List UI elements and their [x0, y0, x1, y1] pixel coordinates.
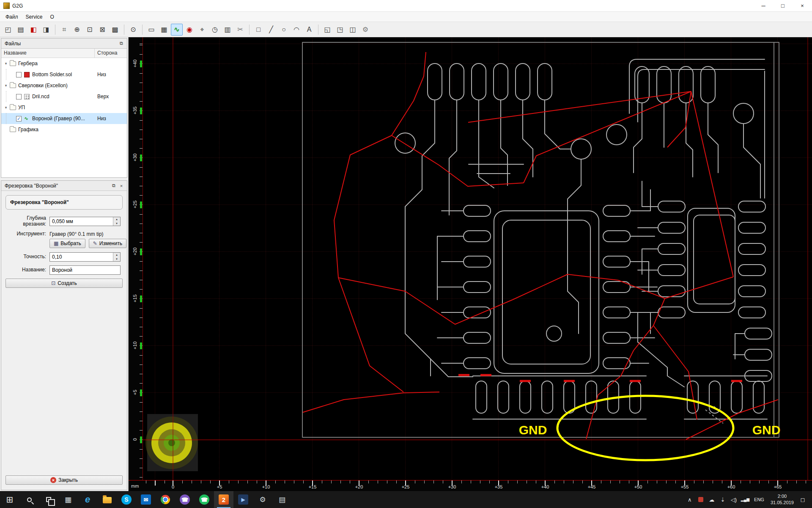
toolbar-draw-arc-button[interactable]: ◠	[291, 24, 302, 36]
milling-panel-close-button[interactable]: ×	[118, 182, 125, 190]
choose-tool-button[interactable]: ▦ Выбрать	[49, 239, 85, 248]
taskbar-explorer-button[interactable]	[97, 491, 117, 508]
tree-item-label: Вороной (Гравер (90...	[32, 116, 95, 121]
toolbar-mill-raster-button[interactable]: ▦	[158, 24, 170, 36]
toolbar-layers-button[interactable]: ⊙	[127, 24, 139, 36]
create-button[interactable]: ⊡ Создать	[5, 279, 123, 288]
precision-input[interactable]	[50, 253, 113, 261]
taskbar-viber-button[interactable]: ☎	[175, 491, 195, 508]
toolbar-zoom-in-button[interactable]: ⊕	[71, 24, 83, 36]
column-side[interactable]: Сторона	[95, 49, 127, 58]
h-tick: +65	[768, 484, 787, 489]
menu-file[interactable]: Файл	[2, 13, 22, 21]
milling-panel-float-button[interactable]: ⧉	[110, 182, 118, 190]
files-panel-float-button[interactable]: ⧉	[118, 40, 125, 47]
taskbar-calculator-button[interactable]: ▦	[58, 491, 78, 508]
expander-icon[interactable]: ▾	[3, 105, 9, 110]
name-input[interactable]	[49, 265, 121, 275]
toolbar-draw-text-button[interactable]: A	[303, 24, 315, 36]
action-center-button[interactable]: ◻	[798, 491, 808, 508]
tree-item-bottom-solder[interactable]: Bottom Solder.sol Низ	[1, 69, 127, 80]
tray-app-button[interactable]	[696, 491, 706, 508]
column-name[interactable]: Название	[1, 49, 95, 58]
taskbar-chrome-button[interactable]	[156, 491, 175, 508]
depth-input[interactable]	[50, 217, 113, 226]
origin-marker	[145, 417, 198, 469]
spin-down-icon[interactable]: ▾	[113, 257, 120, 261]
toolbar-draw-line-button[interactable]: ╱	[265, 24, 277, 36]
tray-volume-button[interactable]: ◁)	[729, 491, 739, 508]
minimize-button[interactable]: ─	[754, 0, 773, 12]
clock[interactable]: 2:00 31.05.2019	[768, 491, 797, 508]
edit-tool-button[interactable]: ✎ Изменить	[89, 239, 126, 248]
tray-onedrive-button[interactable]: ☁	[707, 491, 717, 508]
name-label: Название:	[5, 267, 46, 273]
tree-group-gerber[interactable]: ▾ Гербера	[1, 58, 127, 69]
taskbar-settings-button[interactable]: ⚙	[253, 491, 272, 508]
menu-about[interactable]: О	[47, 13, 58, 21]
toolbar-simulate-button[interactable]: ◷	[209, 24, 221, 36]
draw-text-icon: A	[307, 26, 312, 33]
close-button[interactable]: ×	[793, 0, 812, 12]
h-tick: +30	[443, 484, 461, 489]
toolbar-draw-ellipse-button[interactable]: ○	[278, 24, 290, 36]
toolbar-mill-contour-button[interactable]: ▭	[145, 24, 157, 36]
toolbar-mill-voronoi-button[interactable]: ∿	[171, 24, 183, 36]
checkbox[interactable]	[16, 72, 22, 77]
spin-down-icon[interactable]: ▾	[113, 221, 120, 226]
toolbar-group-button[interactable]: ◱	[321, 24, 333, 36]
toolbar-zoom-grid-button[interactable]: ▩	[109, 24, 121, 36]
toolbar-drill-tool-button[interactable]: ◉	[184, 24, 195, 36]
h-tick: +15	[303, 484, 322, 489]
expander-icon[interactable]: ▾	[3, 61, 9, 66]
taskbar-skype-button[interactable]: S	[117, 491, 136, 508]
toolbar-zoom-fit-button[interactable]: ⊠	[96, 24, 108, 36]
tree-group-drills[interactable]: ▾ Сверловки (Excellon)	[1, 80, 127, 91]
spin-up-icon[interactable]: ▴	[113, 217, 120, 221]
checkbox-checked[interactable]: ✓	[16, 116, 22, 121]
taskbar-search-button[interactable]	[19, 491, 39, 508]
close-panel-button[interactable]: × Закрыть	[5, 475, 123, 485]
taskbar-whatsapp-button[interactable]: ☎	[195, 491, 214, 508]
notepad-icon: ▤	[279, 495, 285, 504]
tree-group-graphics[interactable]: Графика	[1, 124, 127, 135]
volume-icon: ◁)	[731, 497, 737, 503]
toolbar-zoom-selection-button[interactable]: ⊡	[84, 24, 96, 36]
spin-up-icon[interactable]: ▴	[113, 253, 120, 257]
expander-icon[interactable]: ▾	[3, 83, 9, 88]
start-button[interactable]: ⊞	[0, 491, 19, 508]
taskbar-edge-button[interactable]: e	[78, 491, 97, 508]
toolbar-ungroup-button[interactable]: ◳	[334, 24, 346, 36]
toolbar-import-drill-button[interactable]: ◨	[40, 24, 52, 36]
draw-arc-icon: ◠	[294, 26, 299, 33]
taskbar-notepad-button[interactable]: ▤	[272, 491, 292, 508]
taskbar-g2g-button[interactable]: 2	[214, 491, 233, 508]
taskbar-mail-button[interactable]: ✉	[136, 491, 156, 508]
task-view-button[interactable]	[39, 491, 58, 508]
maximize-button[interactable]: □	[773, 0, 793, 12]
taskbar-photos-button[interactable]: ▶	[233, 491, 253, 508]
menu-service[interactable]: Service	[22, 13, 47, 21]
toolbar-copy-button[interactable]: ◫	[347, 24, 359, 36]
checkbox[interactable]	[16, 94, 22, 99]
toolbar-project-button[interactable]: ▤	[15, 24, 27, 36]
language-indicator[interactable]: ENG	[752, 491, 767, 508]
toolbar-open-button[interactable]: ◰	[2, 24, 14, 36]
tray-sync-button[interactable]: ⇣	[718, 491, 728, 508]
canvas-viewport[interactable]: GND GND	[143, 37, 812, 480]
pcb-drawing[interactable]: GND GND	[143, 37, 812, 480]
layers-icon: ⊙	[130, 26, 136, 33]
tree-item-voronoi[interactable]: ✓ ∿ Вороной (Гравер (90... Низ	[1, 113, 127, 124]
toolbar-table-button[interactable]: ▥	[222, 24, 233, 36]
tree-item-dril-ncd[interactable]: Dril.ncd Верх	[1, 91, 127, 102]
tray-chevron-button[interactable]: ∧	[685, 491, 695, 508]
toolbar-zoom-window-button[interactable]: ⌗	[58, 24, 70, 36]
toolbar-import-gerber-button[interactable]: ◧	[27, 24, 39, 36]
toolbar-settings-button[interactable]: ⚙	[359, 24, 371, 36]
toolbar-cut-button[interactable]: ✂	[234, 24, 246, 36]
tray-network-button[interactable]: ▂▄▆	[740, 491, 751, 508]
tree-group-up[interactable]: ▾ УП	[1, 102, 127, 113]
toolbar-draw-rect-button[interactable]: □	[252, 24, 264, 36]
toolbar-origin-button[interactable]: ⌖	[196, 24, 208, 36]
tool-value: Гравер (90° 0.1 mm tip)	[49, 231, 104, 237]
